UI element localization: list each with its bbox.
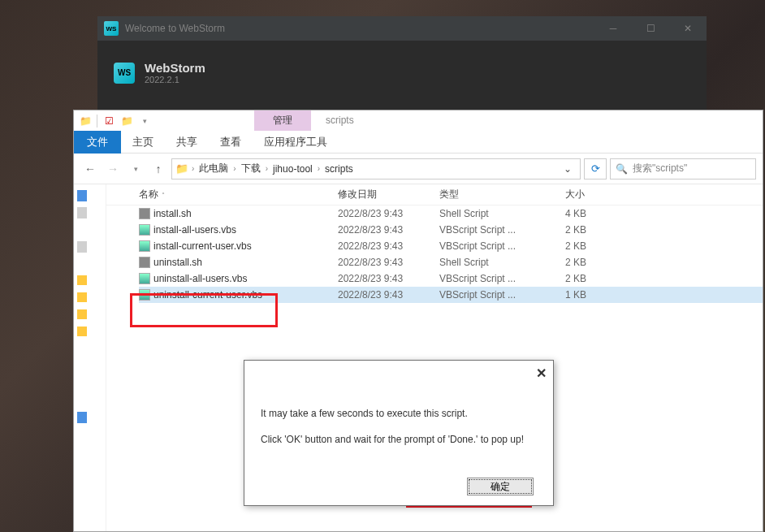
webstorm-name: WebStorm xyxy=(145,61,205,75)
ribbon-context-tab[interactable]: 管理 xyxy=(254,110,311,131)
up-button[interactable]: ↑ xyxy=(149,159,168,179)
breadcrumb-item[interactable]: jihuo-tool xyxy=(270,163,316,175)
properties-icon[interactable]: ☑ xyxy=(101,114,117,128)
breadcrumb-item[interactable]: 下载 xyxy=(238,162,264,175)
back-button[interactable]: ← xyxy=(80,159,100,179)
sidebar-icon[interactable] xyxy=(77,292,87,302)
sidebar-icon[interactable] xyxy=(77,275,87,285)
file-date: 2022/8/23 9:43 xyxy=(338,289,439,301)
breadcrumb-item[interactable]: scripts xyxy=(322,163,357,175)
file-name: uninstall.sh xyxy=(153,257,202,268)
sidebar-icon[interactable] xyxy=(77,241,87,253)
open-folder-icon[interactable]: 📁 xyxy=(119,114,135,128)
breadcrumb-bar[interactable]: 📁 › 此电脑 › 下载 › jihuo-tool › scripts ⌄ xyxy=(171,158,581,179)
webstorm-app-icon: WS xyxy=(104,21,119,36)
sort-indicator-icon: ˄ xyxy=(160,192,165,199)
tab-home[interactable]: 主页 xyxy=(121,131,165,154)
chevron-right-icon[interactable]: › xyxy=(316,164,322,173)
tab-apptools[interactable]: 应用程序工具 xyxy=(253,131,339,154)
column-type[interactable]: 类型 xyxy=(439,188,565,201)
file-size: 2 KB xyxy=(565,240,630,252)
sidebar-icon[interactable] xyxy=(77,327,87,336)
file-row[interactable]: install.sh2022/8/23 9:43Shell Script4 KB xyxy=(139,205,763,222)
file-size: 1 KB xyxy=(565,289,630,301)
column-name[interactable]: 名称 ˄ xyxy=(139,188,338,201)
tab-file[interactable]: 文件 xyxy=(74,131,121,154)
recent-dropdown[interactable]: ▾ xyxy=(126,159,145,179)
file-type: Shell Script xyxy=(439,208,565,219)
file-date: 2022/8/23 9:43 xyxy=(338,273,439,284)
sidebar-icon[interactable] xyxy=(77,207,87,218)
webstorm-title: Welcome to WebStorm xyxy=(125,23,594,34)
nav-bar: ← → ▾ ↑ 📁 › 此电脑 › 下载 › jihuo-tool › scri… xyxy=(74,154,763,184)
refresh-button[interactable]: ⟳ xyxy=(584,158,607,179)
divider xyxy=(97,115,97,128)
file-list: install.sh2022/8/23 9:43Shell Script4 KB… xyxy=(106,205,763,303)
search-icon: 🔍 xyxy=(616,163,628,175)
dialog-message-line2: Click 'OK' button and wait for the promp… xyxy=(261,434,537,445)
file-size: 4 KB xyxy=(565,208,630,219)
file-name: install.sh xyxy=(153,208,192,219)
tab-share[interactable]: 共享 xyxy=(165,131,209,154)
search-input[interactable]: 🔍 搜索"scripts" xyxy=(610,158,756,179)
webstorm-content: WS WebStorm 2022.2.1 xyxy=(97,41,707,105)
webstorm-logo-icon: WS xyxy=(114,63,135,84)
sidebar-icon[interactable] xyxy=(77,412,87,423)
forward-button[interactable]: → xyxy=(103,159,123,179)
file-icon xyxy=(139,289,150,301)
file-size: 2 KB xyxy=(565,257,630,268)
file-icon xyxy=(139,240,150,252)
sidebar-icon[interactable] xyxy=(77,309,87,319)
file-row[interactable]: install-current-user.vbs2022/8/23 9:43VB… xyxy=(139,238,763,254)
file-name: install-all-users.vbs xyxy=(153,224,236,236)
file-name: uninstall-current-user.vbs xyxy=(153,289,262,301)
qat-dropdown-icon[interactable]: ▾ xyxy=(136,114,153,128)
minimize-button[interactable]: ─ xyxy=(594,16,632,41)
column-date[interactable]: 修改日期 xyxy=(338,188,439,201)
file-date: 2022/8/23 9:43 xyxy=(338,224,439,236)
file-icon xyxy=(139,273,150,284)
column-size[interactable]: 大小 xyxy=(565,188,630,201)
breadcrumb-folder-icon: 📁 xyxy=(175,162,188,175)
file-size: 2 KB xyxy=(565,273,630,284)
breadcrumb-item[interactable]: 此电脑 xyxy=(196,162,231,175)
file-size: 2 KB xyxy=(565,224,630,236)
file-date: 2022/8/23 9:43 xyxy=(338,240,439,252)
file-row[interactable]: uninstall-all-users.vbs2022/8/23 9:43VBS… xyxy=(139,270,763,287)
webstorm-version: 2022.2.1 xyxy=(145,75,205,84)
quick-access-toolbar: 📁 ☑ 📁 ▾ 管理 scripts xyxy=(74,110,763,131)
file-name: uninstall-all-users.vbs xyxy=(153,273,247,284)
chevron-right-icon[interactable]: › xyxy=(231,164,237,173)
folder-icon[interactable]: 📁 xyxy=(77,114,93,128)
file-type: VBScript Script ... xyxy=(439,289,565,301)
dialog-message-line1: It may take a few seconds to execute thi… xyxy=(261,408,537,419)
file-type: VBScript Script ... xyxy=(439,240,565,252)
webstorm-titlebar[interactable]: WS Welcome to WebStorm ─ ☐ ✕ xyxy=(97,16,707,41)
maximize-button[interactable]: ☐ xyxy=(632,16,669,41)
file-type: VBScript Script ... xyxy=(439,273,565,284)
file-type: VBScript Script ... xyxy=(439,224,565,236)
tab-view[interactable]: 查看 xyxy=(209,131,253,154)
file-row[interactable]: uninstall.sh2022/8/23 9:43Shell Script2 … xyxy=(139,254,763,270)
webstorm-window: WS Welcome to WebStorm ─ ☐ ✕ WS WebStorm… xyxy=(97,16,707,110)
chevron-right-icon[interactable]: › xyxy=(264,164,270,173)
ribbon-context-title: scripts xyxy=(326,110,354,131)
file-icon xyxy=(139,224,150,236)
sidebar-icon[interactable] xyxy=(77,190,87,201)
column-headers: 名称 ˄ 修改日期 类型 大小 xyxy=(106,184,763,205)
file-row[interactable]: uninstall-current-user.vbs2022/8/23 9:43… xyxy=(139,287,763,303)
ribbon-tabs: 文件 主页 共享 查看 应用程序工具 xyxy=(74,131,763,154)
file-row[interactable]: install-all-users.vbs2022/8/23 9:43VBScr… xyxy=(139,222,763,238)
navigation-sidebar[interactable] xyxy=(74,184,106,531)
chevron-right-icon[interactable]: › xyxy=(190,164,196,173)
file-type: Shell Script xyxy=(439,257,565,268)
file-icon xyxy=(139,208,150,219)
breadcrumb-dropdown-icon[interactable]: ⌄ xyxy=(559,163,577,175)
dialog-close-button[interactable]: ✕ xyxy=(536,365,547,381)
script-dialog: ✕ It may take a few seconds to execute t… xyxy=(244,360,554,506)
file-name: install-current-user.vbs xyxy=(153,240,252,252)
file-date: 2022/8/23 9:43 xyxy=(338,257,439,268)
search-placeholder: 搜索"scripts" xyxy=(633,162,687,175)
close-button[interactable]: ✕ xyxy=(669,16,707,41)
ok-button[interactable]: 确定 xyxy=(467,478,534,495)
